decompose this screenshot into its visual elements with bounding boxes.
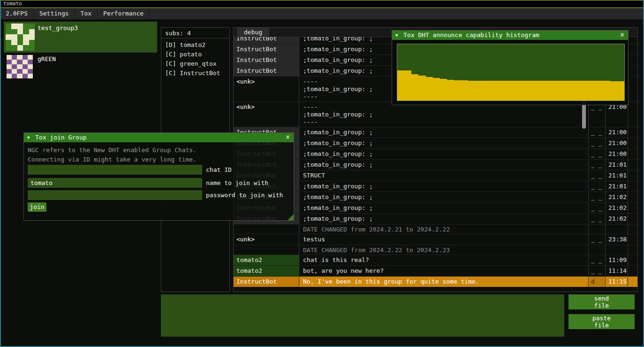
send-file-button[interactable]: send file: [568, 294, 635, 309]
row-filler: [628, 245, 637, 254]
join-name-label: name to join with: [206, 178, 268, 188]
subs-member[interactable]: [C] green_qtox: [161, 59, 229, 69]
subs-member[interactable]: [C] potato: [161, 50, 229, 59]
message-time: 21:00: [606, 127, 628, 138]
dht-histogram-window: ▼ Tox DHT announce capability histogram …: [392, 30, 629, 105]
row-filler: [628, 277, 637, 287]
histogram-bar: [525, 81, 532, 100]
dht-histogram-title: Tox DHT announce capability histogram: [403, 31, 539, 39]
row-filler: [628, 160, 637, 170]
group-item-test_group3[interactable]: test_group3: [4, 22, 157, 53]
row-filler: [628, 214, 637, 224]
histogram-bar: [532, 81, 539, 100]
message-text: DATE CHANGED from 2024.2.21 to 2024.2.22: [299, 224, 589, 234]
join-group-window: ▼ Tox join Group × NGC refers to the New…: [23, 132, 294, 221]
sender-name[interactable]: InstructBot: [234, 55, 299, 65]
join-name-input[interactable]: tomato: [28, 178, 202, 188]
message-text: ;tomato_in_group: ;: [299, 149, 589, 159]
message-time: 21:00: [606, 138, 628, 148]
group-name: gREEN: [38, 55, 56, 62]
row-filler: [628, 138, 637, 148]
histogram-bar: [546, 81, 553, 100]
row-filler: [628, 234, 637, 245]
histogram-bar: [511, 81, 518, 100]
sender-name[interactable]: <unk>: [234, 234, 299, 245]
message-text: ---- ;tomato_in_group: ; ----: [299, 102, 589, 127]
row-filler: [628, 102, 637, 127]
message-text: DATE CHANGED from 2024.2.22 to 2024.2.23: [299, 245, 589, 254]
sender-name[interactable]: <unk>: [234, 102, 299, 127]
chat-message-row: InstructBot;tomato_in_group: ;_ _21:00: [234, 138, 637, 148]
delivery-marks: [589, 245, 606, 254]
histogram-bar: [518, 81, 525, 100]
subs-member[interactable]: [C] InstructBot: [161, 69, 229, 78]
join-button[interactable]: join: [28, 202, 46, 212]
message-time: 11:15: [606, 277, 628, 287]
sender-name[interactable]: InstructBot: [234, 44, 299, 54]
sender-name[interactable]: InstructBot: [234, 277, 299, 287]
close-icon[interactable]: ×: [618, 31, 626, 39]
close-icon[interactable]: ×: [284, 133, 292, 141]
subs-header: subs: 4: [161, 28, 229, 39]
collapse-arrow-icon[interactable]: ▼: [395, 31, 398, 40]
message-time: 21:00: [606, 102, 628, 127]
collapse-arrow-icon[interactable]: ▼: [27, 133, 30, 142]
sender-name[interactable]: tomato2: [234, 255, 299, 265]
dht-histogram-titlebar[interactable]: ▼ Tox DHT announce capability histogram …: [392, 31, 628, 40]
group-item-gREEN[interactable]: gREEN: [4, 54, 157, 81]
histogram-bar: [454, 80, 461, 100]
menu-item-performance[interactable]: Performance: [98, 8, 150, 19]
message-text: ;tomato_in_group: ;: [299, 127, 589, 138]
sender-name[interactable]: InstructBot: [234, 37, 299, 44]
ngc-info-line-2: Connecting via ID might take a very long…: [28, 156, 197, 163]
chat-id-label: chat ID: [206, 165, 232, 175]
menu-item-settings[interactable]: Settings: [34, 8, 75, 19]
group-avatar: [6, 23, 35, 51]
sender-name[interactable]: InstructBot: [234, 66, 299, 76]
chat-message-row: InstructBotNo, I've been in this group f…: [234, 276, 637, 287]
histogram-bar: [539, 81, 546, 100]
histogram-bar: [461, 80, 468, 100]
histogram-bar: [404, 70, 411, 100]
paste-file-button[interactable]: paste file: [568, 314, 635, 329]
message-time: 23:38: [606, 234, 628, 245]
menu-item-tox[interactable]: Tox: [75, 8, 98, 19]
delivery-marks: [589, 224, 606, 234]
date-separator-row: DATE CHANGED from 2024.2.21 to 2024.2.22: [234, 224, 637, 234]
message-time: [606, 224, 628, 234]
delivery-marks: _ _: [589, 234, 606, 245]
tab-debug[interactable]: debug: [237, 28, 269, 37]
histogram-bar: [582, 81, 589, 100]
sender-name[interactable]: <unk>: [234, 77, 299, 101]
subs-member[interactable]: [D] tomato2: [161, 40, 229, 50]
subs-member-list: [D] tomato2[C] potato[C] green_qtox[C] I…: [161, 39, 229, 78]
chat-message-row: InstructBot;tomato_in_group: ;_ _21:01: [234, 159, 637, 170]
histogram-bar: [411, 74, 418, 100]
row-filler: [628, 127, 637, 138]
delivery-marks: _ _: [589, 149, 606, 159]
chat-message-row: InstructBot;tomato_in_group: ;_ _21:01: [234, 181, 637, 192]
app-titlebar: tomato: [0, 0, 644, 8]
histogram-bar: [575, 81, 582, 100]
join-group-titlebar[interactable]: ▼ Tox join Group ×: [24, 133, 294, 142]
message-time: 21:00: [606, 149, 628, 159]
chat-id-input[interactable]: [28, 165, 202, 175]
delivery-marks: _ _: [589, 127, 606, 138]
resize-grip-icon[interactable]: [288, 214, 294, 220]
message-text: STRUCT: [299, 170, 589, 181]
delivery-marks: d: [589, 277, 606, 287]
chat-message-row: tomato2chat is this real?_ _11:09: [234, 254, 637, 265]
delivery-marks: _ _: [589, 255, 606, 265]
message-text: ;tomato_in_group: ;: [299, 160, 589, 170]
sender-name[interactable]: tomato2: [234, 266, 299, 276]
histogram-bar: [568, 81, 575, 100]
histogram-bar: [596, 81, 603, 100]
join-password-label: password to join with: [206, 190, 283, 200]
histogram-bar: [483, 81, 490, 100]
join-password-input[interactable]: [28, 190, 202, 200]
date-separator-row: DATE CHANGED from 2024.2.22 to 2024.2.23: [234, 245, 637, 254]
delivery-marks: _ _: [589, 214, 606, 224]
message-input[interactable]: [161, 294, 564, 337]
chat-message-row: InstructBot;tomato_in_group: ;_ _21:02: [234, 202, 637, 213]
histogram-bar: [468, 81, 475, 100]
